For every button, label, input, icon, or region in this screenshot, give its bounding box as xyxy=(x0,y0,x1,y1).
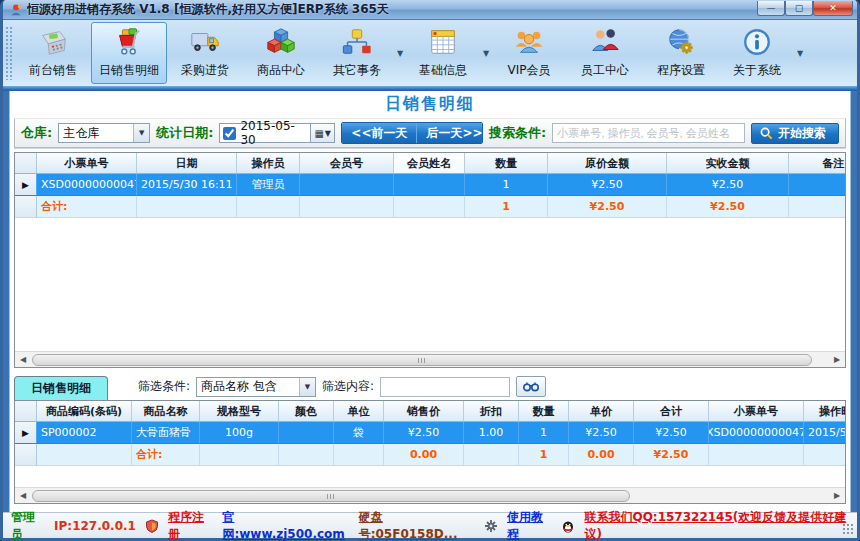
column-header[interactable]: 会员号 xyxy=(300,153,394,174)
table-cell[interactable] xyxy=(789,174,845,196)
table-cell[interactable]: 2015/5/30 xyxy=(804,422,845,444)
toolbar-label: 商品中心 xyxy=(257,62,305,79)
table-cell[interactable]: ¥2.50 xyxy=(384,422,464,444)
table-cell[interactable]: XSD00000000047 xyxy=(37,174,137,196)
scroll-right-arrow[interactable]: ▶ xyxy=(829,488,845,503)
column-header[interactable]: 商品名称 xyxy=(132,401,200,422)
column-header[interactable]: 单价 xyxy=(569,401,634,422)
table-cell[interactable]: ¥2.50 xyxy=(548,174,667,196)
scroll-right-arrow[interactable]: ▶ xyxy=(829,352,845,367)
column-header[interactable]: 操作时间 xyxy=(804,401,845,422)
column-header[interactable]: 销售价 xyxy=(384,401,464,422)
toolbar-label: 日销售明细 xyxy=(99,62,159,79)
column-header[interactable]: 折扣 xyxy=(464,401,519,422)
next-day-button[interactable]: 后一天>> xyxy=(416,123,483,143)
total-cell: 1 xyxy=(465,196,548,218)
toolbar-button-front-sales[interactable]: 前台销售 xyxy=(15,22,91,84)
column-header[interactable]: 小票单号 xyxy=(37,153,137,174)
contact-qq-link[interactable]: 联系我们QQ:157322145(欢迎反馈及提供好建议) xyxy=(584,509,849,541)
table-cell[interactable]: 管理员 xyxy=(237,174,300,196)
scroll-left-arrow[interactable]: ◀ xyxy=(15,352,31,367)
basic-info-dropdown-arrow[interactable]: ▼ xyxy=(481,22,491,84)
column-header[interactable]: 数量 xyxy=(519,401,569,422)
table-cell[interactable]: ¥2.50 xyxy=(569,422,634,444)
column-header[interactable]: 颜色 xyxy=(279,401,334,422)
date-checkbox[interactable] xyxy=(223,127,236,140)
calendar-icon: ▦ xyxy=(314,128,323,139)
toolbar-button-daily-sales-detail[interactable]: 日销售明细 xyxy=(91,22,167,84)
warehouse-select[interactable]: 主仓库 ▼ xyxy=(58,123,150,143)
qq-penguin-icon xyxy=(561,519,575,533)
about-dropdown-arrow[interactable]: ▼ xyxy=(795,22,805,84)
table-cell[interactable]: 2015/5/30 16:11 xyxy=(137,174,237,196)
toolbar-button-product-center[interactable]: 商品中心 xyxy=(243,22,319,84)
search-input[interactable] xyxy=(552,123,745,143)
table-cell[interactable]: 1.00 xyxy=(464,422,519,444)
register-link[interactable]: 程序注册 xyxy=(168,509,213,541)
column-header[interactable]: 小票单号 xyxy=(709,401,804,422)
table-cell[interactable]: ¥2.50 xyxy=(634,422,709,444)
scroll-left-arrow[interactable]: ◀ xyxy=(15,488,31,503)
scroll-thumb[interactable] xyxy=(32,490,630,502)
start-search-button[interactable]: 开始搜索 xyxy=(751,123,839,144)
maximize-button[interactable]: ▢ xyxy=(785,1,813,16)
table-cell[interactable]: 袋 xyxy=(334,422,384,444)
table-cell[interactable]: 1 xyxy=(519,422,569,444)
table-row: 合计:0.0010.00¥2.50 xyxy=(15,444,845,466)
total-cell xyxy=(300,196,394,218)
toolbar-label: 员工中心 xyxy=(581,62,629,79)
row-indicator-header xyxy=(15,401,37,422)
app-window: 恒源好用进销存系统 V1.8 [恒源软件,好用又方便]ERP系统 365天 — … xyxy=(0,0,860,541)
toolbar-button-settings[interactable]: 程序设置 xyxy=(643,22,719,84)
toolbar-button-basic-info[interactable]: 基础信息 xyxy=(405,22,481,84)
website-link[interactable]: 官网:www.zj500.com xyxy=(222,509,349,541)
column-header[interactable]: 规格型号 xyxy=(200,401,279,422)
column-header[interactable]: 单位 xyxy=(334,401,384,422)
toolbar-button-purchasing[interactable]: 采购进货 xyxy=(167,22,243,84)
date-field[interactable]: 2015-05-30 xyxy=(219,123,311,143)
disk-serial-link[interactable]: 硬盘号:05F0158D... xyxy=(359,509,475,541)
table-cell[interactable] xyxy=(394,174,465,196)
filter-condition-select[interactable]: 商品名称 包含 ▼ xyxy=(196,377,316,397)
tutorial-link[interactable]: 使用教程 xyxy=(507,509,552,541)
toolbar-label: VIP会员 xyxy=(508,62,551,79)
date-label: 统计日期: xyxy=(156,124,213,142)
resize-grip[interactable] xyxy=(842,523,854,535)
table-cell[interactable] xyxy=(300,174,394,196)
toolbar-button-other-tasks[interactable]: 其它事务 xyxy=(319,22,395,84)
column-header[interactable]: 数量 xyxy=(465,153,548,174)
close-button[interactable]: ✕ xyxy=(813,1,853,16)
column-header[interactable]: 原价金额 xyxy=(548,153,667,174)
minimize-button[interactable]: — xyxy=(757,1,785,16)
column-header[interactable]: 合计 xyxy=(634,401,709,422)
table-cell[interactable]: SP000002 xyxy=(37,422,132,444)
prev-day-button[interactable]: <<前一天 xyxy=(342,123,416,143)
chevron-down-icon: ▼ xyxy=(133,124,149,142)
tab-daily-sales-detail[interactable]: 日销售明细 xyxy=(14,376,108,400)
other-tasks-dropdown-arrow[interactable]: ▼ xyxy=(395,22,405,84)
table-cell[interactable]: 大骨面猪骨 xyxy=(132,422,200,444)
summary-grid-hscrollbar[interactable]: ◀ ▶ xyxy=(15,351,845,367)
table-row: ▶SP000002大骨面猪骨100g袋¥2.501.001¥2.50¥2.50X… xyxy=(15,422,845,444)
table-cell[interactable]: 1 xyxy=(465,174,548,196)
toolbar-button-vip-members[interactable]: VIP会员 xyxy=(491,22,567,84)
toolbar-button-staff-center[interactable]: 员工中心 xyxy=(567,22,643,84)
table-cell[interactable]: XSD00000000047 xyxy=(709,422,804,444)
column-header[interactable]: 商品编码(条码) xyxy=(37,401,132,422)
scroll-thumb[interactable] xyxy=(32,354,812,366)
toolbar-button-about[interactable]: 关于系统 xyxy=(719,22,795,84)
column-header[interactable]: 备注 xyxy=(789,153,845,174)
table-cell[interactable] xyxy=(279,422,334,444)
detail-grid-hscrollbar[interactable]: ◀ ▶ xyxy=(15,487,845,503)
column-header[interactable]: 操作员 xyxy=(237,153,300,174)
toolbar-grip[interactable] xyxy=(5,26,13,80)
column-header[interactable]: 会员姓名 xyxy=(394,153,465,174)
total-cell: 合计: xyxy=(37,196,137,218)
filter-content-input[interactable] xyxy=(380,377,510,397)
column-header[interactable]: 实收金额 xyxy=(667,153,789,174)
column-header[interactable]: 日期 xyxy=(137,153,237,174)
date-picker-button[interactable]: ▦▼ xyxy=(311,123,335,143)
table-cell[interactable]: 100g xyxy=(200,422,279,444)
find-button[interactable] xyxy=(516,376,546,397)
table-cell[interactable]: ¥2.50 xyxy=(667,174,789,196)
